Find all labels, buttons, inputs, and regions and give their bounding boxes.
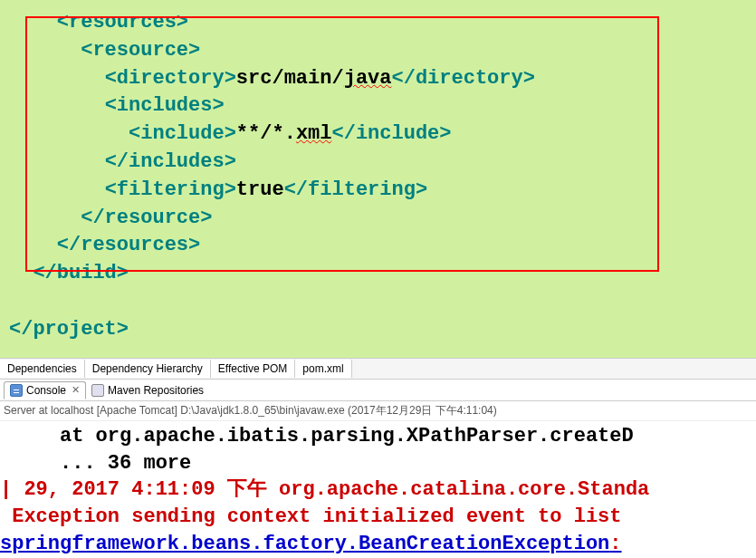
console-launch-info: Server at localhost [Apache Tomcat] D:\J…	[0, 401, 756, 421]
code-line[interactable]	[9, 288, 756, 316]
editor-tab[interactable]: Dependencies	[0, 360, 85, 378]
maven-repositories-tab[interactable]: Maven Repositories	[86, 382, 209, 399]
code-line[interactable]: </includes>	[9, 149, 756, 177]
code-content[interactable]: <resources> <resource> <directory>src/ma…	[0, 0, 756, 353]
code-line[interactable]: </resources>	[9, 232, 756, 260]
console-line: Exception sending context initialized ev…	[0, 504, 756, 531]
editor-tab[interactable]: Effective POM	[211, 360, 295, 378]
console-line: at org.apache.ibatis.parsing.XPathParser…	[0, 423, 756, 450]
code-line[interactable]: </project>	[9, 316, 756, 344]
xml-editor-pane[interactable]: <resources> <resource> <directory>src/ma…	[0, 0, 756, 358]
code-line[interactable]: <include>**/*.xml</include>	[9, 120, 756, 149]
editor-tab[interactable]: Dependency Hierarchy	[85, 360, 211, 378]
console-tab[interactable]: Console✕	[4, 381, 86, 399]
console-line: | 29, 2017 4:11:09 下午 org.apache.catalin…	[0, 476, 756, 504]
code-line[interactable]: </resource>	[9, 205, 756, 233]
panel-tabs-row: Console✕Maven Repositories	[0, 380, 756, 401]
maven-icon	[91, 384, 104, 397]
console-output[interactable]: at org.apache.ibatis.parsing.XPathParser…	[0, 421, 756, 558]
code-line[interactable]: <resource>	[9, 37, 756, 65]
panel-tab-label: Maven Repositories	[108, 384, 204, 397]
code-line[interactable]: <directory>src/main/java</directory>	[9, 65, 756, 93]
panel-tab-label: Console	[26, 384, 66, 397]
editor-bottom-tabs: DependenciesDependency HierarchyEffectiv…	[0, 358, 756, 380]
console-line: ... 36 more	[0, 450, 756, 477]
editor-tab[interactable]: pom.xml	[295, 360, 351, 378]
code-line[interactable]: <filtering>true</filtering>	[9, 177, 756, 205]
code-line[interactable]: </build>	[9, 260, 756, 288]
code-line[interactable]: <includes>	[9, 92, 756, 120]
close-icon[interactable]: ✕	[72, 384, 80, 396]
console-icon	[10, 384, 23, 397]
code-line[interactable]: <resources>	[9, 9, 756, 37]
console-line: springframework.beans.factory.BeanCreati…	[0, 531, 756, 558]
